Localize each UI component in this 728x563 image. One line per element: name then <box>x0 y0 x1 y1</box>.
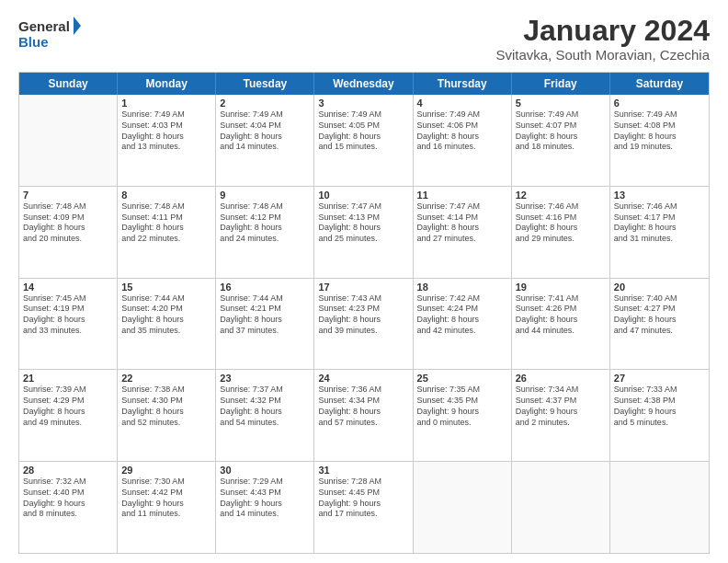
cal-cell: 26Sunrise: 7:34 AM Sunset: 4:37 PM Dayli… <box>512 370 610 461</box>
calendar-header: SundayMondayTuesdayWednesdayThursdayFrid… <box>19 73 709 95</box>
day-number: 11 <box>417 190 507 201</box>
cell-info: Sunrise: 7:37 AM Sunset: 4:32 PM Dayligh… <box>220 385 310 428</box>
cal-cell: 1Sunrise: 7:49 AM Sunset: 4:03 PM Daylig… <box>118 95 216 186</box>
week-row-0: 1Sunrise: 7:49 AM Sunset: 4:03 PM Daylig… <box>19 95 709 187</box>
cal-cell: 28Sunrise: 7:32 AM Sunset: 4:40 PM Dayli… <box>19 462 118 553</box>
cal-cell: 3Sunrise: 7:49 AM Sunset: 4:05 PM Daylig… <box>314 95 413 186</box>
day-number: 23 <box>220 373 310 384</box>
day-number: 15 <box>121 282 211 293</box>
day-number: 5 <box>516 98 606 109</box>
cell-info: Sunrise: 7:38 AM Sunset: 4:30 PM Dayligh… <box>121 385 211 428</box>
cal-cell: 19Sunrise: 7:41 AM Sunset: 4:26 PM Dayli… <box>512 279 610 370</box>
cal-cell: 20Sunrise: 7:40 AM Sunset: 4:27 PM Dayli… <box>610 279 709 370</box>
day-number: 17 <box>318 282 408 293</box>
cal-cell: 13Sunrise: 7:46 AM Sunset: 4:17 PM Dayli… <box>610 187 709 278</box>
cal-cell: 23Sunrise: 7:37 AM Sunset: 4:32 PM Dayli… <box>216 370 314 461</box>
cal-cell: 12Sunrise: 7:46 AM Sunset: 4:16 PM Dayli… <box>512 187 610 278</box>
day-number: 4 <box>417 98 507 109</box>
main-title: January 2024 <box>495 15 710 47</box>
cal-cell: 2Sunrise: 7:49 AM Sunset: 4:04 PM Daylig… <box>216 95 314 186</box>
header-day-wednesday: Wednesday <box>314 73 413 95</box>
week-row-3: 21Sunrise: 7:39 AM Sunset: 4:29 PM Dayli… <box>19 370 709 462</box>
day-number: 29 <box>121 465 211 476</box>
calendar: SundayMondayTuesdayWednesdayThursdayFrid… <box>18 72 710 554</box>
header-day-monday: Monday <box>118 73 216 95</box>
header-day-sunday: Sunday <box>19 73 118 95</box>
cal-cell: 16Sunrise: 7:44 AM Sunset: 4:21 PM Dayli… <box>216 279 314 370</box>
header-day-friday: Friday <box>512 73 610 95</box>
cell-info: Sunrise: 7:32 AM Sunset: 4:40 PM Dayligh… <box>23 477 113 520</box>
day-number: 22 <box>121 373 211 384</box>
day-number: 31 <box>318 465 408 476</box>
svg-text:General: General <box>18 18 70 34</box>
day-number: 10 <box>318 190 408 201</box>
day-number: 28 <box>23 465 113 476</box>
cal-cell: 14Sunrise: 7:45 AM Sunset: 4:19 PM Dayli… <box>19 279 118 370</box>
day-number: 6 <box>614 98 705 109</box>
cell-info: Sunrise: 7:49 AM Sunset: 4:08 PM Dayligh… <box>614 109 705 153</box>
cell-info: Sunrise: 7:44 AM Sunset: 4:20 PM Dayligh… <box>121 293 211 337</box>
cell-info: Sunrise: 7:45 AM Sunset: 4:19 PM Dayligh… <box>23 293 113 337</box>
day-number: 3 <box>318 98 408 109</box>
cal-cell: 6Sunrise: 7:49 AM Sunset: 4:08 PM Daylig… <box>610 95 709 186</box>
day-number: 2 <box>220 98 310 109</box>
cal-cell: 31Sunrise: 7:28 AM Sunset: 4:45 PM Dayli… <box>314 462 413 553</box>
logo: General Blue <box>18 15 83 55</box>
cell-info: Sunrise: 7:44 AM Sunset: 4:21 PM Dayligh… <box>220 293 310 337</box>
cell-info: Sunrise: 7:42 AM Sunset: 4:24 PM Dayligh… <box>417 293 507 337</box>
cal-cell: 17Sunrise: 7:43 AM Sunset: 4:23 PM Dayli… <box>314 279 413 370</box>
day-number: 19 <box>516 282 606 293</box>
svg-marker-3 <box>74 17 81 35</box>
day-number: 24 <box>318 373 408 384</box>
page: General Blue January 2024 Svitavka, Sout… <box>0 0 728 563</box>
day-number: 14 <box>23 282 113 293</box>
cell-info: Sunrise: 7:48 AM Sunset: 4:11 PM Dayligh… <box>121 201 211 245</box>
day-number: 7 <box>23 190 113 201</box>
day-number: 9 <box>220 190 310 201</box>
day-number: 12 <box>516 190 606 201</box>
day-number: 13 <box>614 190 705 201</box>
cell-info: Sunrise: 7:46 AM Sunset: 4:16 PM Dayligh… <box>516 201 606 245</box>
cal-cell <box>610 462 709 553</box>
cell-info: Sunrise: 7:33 AM Sunset: 4:38 PM Dayligh… <box>614 385 705 428</box>
calendar-body: 1Sunrise: 7:49 AM Sunset: 4:03 PM Daylig… <box>19 95 709 553</box>
cell-info: Sunrise: 7:30 AM Sunset: 4:42 PM Dayligh… <box>121 477 211 520</box>
cal-cell: 15Sunrise: 7:44 AM Sunset: 4:20 PM Dayli… <box>118 279 216 370</box>
cell-info: Sunrise: 7:49 AM Sunset: 4:05 PM Dayligh… <box>318 109 408 153</box>
cal-cell: 27Sunrise: 7:33 AM Sunset: 4:38 PM Dayli… <box>610 370 709 461</box>
cell-info: Sunrise: 7:34 AM Sunset: 4:37 PM Dayligh… <box>516 385 606 428</box>
day-number: 20 <box>614 282 705 293</box>
cell-info: Sunrise: 7:49 AM Sunset: 4:07 PM Dayligh… <box>516 109 606 153</box>
cal-cell: 21Sunrise: 7:39 AM Sunset: 4:29 PM Dayli… <box>19 370 118 461</box>
cal-cell: 18Sunrise: 7:42 AM Sunset: 4:24 PM Dayli… <box>414 279 512 370</box>
subtitle: Svitavka, South Moravian, Czechia <box>495 47 710 63</box>
cell-info: Sunrise: 7:47 AM Sunset: 4:14 PM Dayligh… <box>417 201 507 245</box>
cell-info: Sunrise: 7:43 AM Sunset: 4:23 PM Dayligh… <box>318 293 408 337</box>
week-row-1: 7Sunrise: 7:48 AM Sunset: 4:09 PM Daylig… <box>19 187 709 279</box>
cal-cell <box>414 462 512 553</box>
cell-info: Sunrise: 7:36 AM Sunset: 4:34 PM Dayligh… <box>318 385 408 428</box>
cell-info: Sunrise: 7:29 AM Sunset: 4:43 PM Dayligh… <box>220 477 310 520</box>
cell-info: Sunrise: 7:49 AM Sunset: 4:03 PM Dayligh… <box>121 109 211 153</box>
cell-info: Sunrise: 7:49 AM Sunset: 4:04 PM Dayligh… <box>220 109 310 153</box>
day-number: 1 <box>121 98 211 109</box>
header-day-tuesday: Tuesday <box>216 73 314 95</box>
cal-cell: 5Sunrise: 7:49 AM Sunset: 4:07 PM Daylig… <box>512 95 610 186</box>
cell-info: Sunrise: 7:46 AM Sunset: 4:17 PM Dayligh… <box>614 201 705 245</box>
day-number: 16 <box>220 282 310 293</box>
cell-info: Sunrise: 7:40 AM Sunset: 4:27 PM Dayligh… <box>614 293 705 337</box>
day-number: 21 <box>23 373 113 384</box>
week-row-2: 14Sunrise: 7:45 AM Sunset: 4:19 PM Dayli… <box>19 279 709 371</box>
logo-svg: General Blue <box>18 15 83 55</box>
header-day-saturday: Saturday <box>610 73 709 95</box>
day-number: 25 <box>417 373 507 384</box>
title-block: January 2024 Svitavka, South Moravian, C… <box>495 15 710 63</box>
week-row-4: 28Sunrise: 7:32 AM Sunset: 4:40 PM Dayli… <box>19 462 709 553</box>
cell-info: Sunrise: 7:49 AM Sunset: 4:06 PM Dayligh… <box>417 109 507 153</box>
cal-cell: 4Sunrise: 7:49 AM Sunset: 4:06 PM Daylig… <box>414 95 512 186</box>
cell-info: Sunrise: 7:35 AM Sunset: 4:35 PM Dayligh… <box>417 385 507 428</box>
cal-cell <box>512 462 610 553</box>
cal-cell: 29Sunrise: 7:30 AM Sunset: 4:42 PM Dayli… <box>118 462 216 553</box>
cell-info: Sunrise: 7:28 AM Sunset: 4:45 PM Dayligh… <box>318 477 408 520</box>
cell-info: Sunrise: 7:39 AM Sunset: 4:29 PM Dayligh… <box>23 385 113 428</box>
